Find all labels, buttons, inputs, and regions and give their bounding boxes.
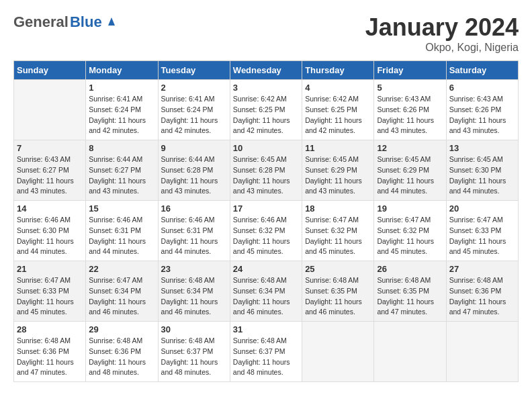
day-number: 15 bbox=[89, 203, 154, 214]
day-number: 2 bbox=[161, 83, 227, 93]
day-number: 28 bbox=[17, 324, 83, 334]
weekday-header-friday: Friday bbox=[374, 61, 446, 80]
calendar-cell: 30Sunrise: 6:48 AMSunset: 6:37 PMDayligh… bbox=[158, 322, 230, 382]
weekday-header-saturday: Saturday bbox=[446, 61, 518, 80]
month-title: January 2024 bbox=[365, 13, 519, 42]
weekday-header-monday: Monday bbox=[86, 61, 158, 80]
day-info: Sunrise: 6:47 AMSunset: 6:34 PMDaylight:… bbox=[89, 275, 154, 318]
day-number: 16 bbox=[161, 203, 227, 214]
day-info: Sunrise: 6:48 AMSunset: 6:36 PMDaylight:… bbox=[17, 336, 83, 378]
calendar-cell: 22Sunrise: 6:47 AMSunset: 6:34 PMDayligh… bbox=[86, 261, 158, 322]
day-info: Sunrise: 6:48 AMSunset: 6:35 PMDaylight:… bbox=[305, 275, 371, 318]
day-number: 20 bbox=[449, 203, 515, 214]
calendar-cell: 26Sunrise: 6:48 AMSunset: 6:35 PMDayligh… bbox=[374, 261, 446, 322]
calendar-cell: 1Sunrise: 6:41 AMSunset: 6:24 PMDaylight… bbox=[86, 80, 158, 140]
day-number: 11 bbox=[305, 143, 371, 153]
calendar-cell: 27Sunrise: 6:48 AMSunset: 6:36 PMDayligh… bbox=[446, 261, 518, 322]
calendar-cell: 31Sunrise: 6:48 AMSunset: 6:37 PMDayligh… bbox=[230, 322, 302, 382]
day-info: Sunrise: 6:48 AMSunset: 6:36 PMDaylight:… bbox=[449, 275, 515, 318]
day-info: Sunrise: 6:48 AMSunset: 6:36 PMDaylight:… bbox=[89, 336, 154, 378]
day-number: 26 bbox=[377, 264, 443, 274]
day-number: 5 bbox=[377, 83, 443, 93]
logo-icon bbox=[105, 15, 118, 27]
week-row-2: 7Sunrise: 6:43 AMSunset: 6:27 PMDaylight… bbox=[14, 140, 519, 201]
day-info: Sunrise: 6:43 AMSunset: 6:26 PMDaylight:… bbox=[377, 94, 443, 136]
day-number: 17 bbox=[233, 203, 299, 214]
day-number: 23 bbox=[161, 264, 227, 274]
day-info: Sunrise: 6:48 AMSunset: 6:37 PMDaylight:… bbox=[233, 336, 299, 378]
day-info: Sunrise: 6:45 AMSunset: 6:29 PMDaylight:… bbox=[377, 154, 443, 197]
calendar-cell: 8Sunrise: 6:44 AMSunset: 6:27 PMDaylight… bbox=[86, 140, 158, 201]
calendar-cell: 21Sunrise: 6:47 AMSunset: 6:33 PMDayligh… bbox=[14, 261, 86, 322]
day-number: 24 bbox=[233, 264, 299, 274]
calendar-cell: 17Sunrise: 6:46 AMSunset: 6:32 PMDayligh… bbox=[230, 201, 302, 261]
day-info: Sunrise: 6:46 AMSunset: 6:30 PMDaylight:… bbox=[17, 215, 83, 257]
day-number: 1 bbox=[89, 83, 154, 93]
logo: GeneralBlue bbox=[13, 13, 118, 31]
day-info: Sunrise: 6:46 AMSunset: 6:31 PMDaylight:… bbox=[161, 215, 227, 257]
calendar-cell: 16Sunrise: 6:46 AMSunset: 6:31 PMDayligh… bbox=[158, 201, 230, 261]
calendar-cell bbox=[14, 80, 86, 140]
day-info: Sunrise: 6:46 AMSunset: 6:32 PMDaylight:… bbox=[233, 215, 299, 257]
calendar-cell: 28Sunrise: 6:48 AMSunset: 6:36 PMDayligh… bbox=[14, 322, 86, 382]
day-info: Sunrise: 6:42 AMSunset: 6:25 PMDaylight:… bbox=[233, 94, 299, 136]
logo-general: General bbox=[13, 13, 69, 31]
calendar-cell bbox=[446, 322, 518, 382]
week-row-5: 28Sunrise: 6:48 AMSunset: 6:36 PMDayligh… bbox=[14, 322, 519, 382]
day-info: Sunrise: 6:48 AMSunset: 6:34 PMDaylight:… bbox=[161, 275, 227, 318]
day-number: 22 bbox=[89, 264, 154, 274]
calendar-cell: 10Sunrise: 6:45 AMSunset: 6:28 PMDayligh… bbox=[230, 140, 302, 201]
calendar-cell: 5Sunrise: 6:43 AMSunset: 6:26 PMDaylight… bbox=[374, 80, 446, 140]
day-number: 3 bbox=[233, 83, 299, 93]
day-info: Sunrise: 6:47 AMSunset: 6:32 PMDaylight:… bbox=[305, 215, 371, 257]
calendar-cell: 7Sunrise: 6:43 AMSunset: 6:27 PMDaylight… bbox=[14, 140, 86, 201]
calendar-cell: 4Sunrise: 6:42 AMSunset: 6:25 PMDaylight… bbox=[302, 80, 374, 140]
weekday-header-wednesday: Wednesday bbox=[230, 61, 302, 80]
week-row-1: 1Sunrise: 6:41 AMSunset: 6:24 PMDaylight… bbox=[14, 80, 519, 140]
day-info: Sunrise: 6:46 AMSunset: 6:31 PMDaylight:… bbox=[89, 215, 154, 257]
day-info: Sunrise: 6:45 AMSunset: 6:30 PMDaylight:… bbox=[449, 154, 515, 197]
calendar-cell: 19Sunrise: 6:47 AMSunset: 6:32 PMDayligh… bbox=[374, 201, 446, 261]
day-number: 27 bbox=[449, 264, 515, 274]
weekday-header-row: SundayMondayTuesdayWednesdayThursdayFrid… bbox=[14, 61, 519, 80]
calendar-cell: 24Sunrise: 6:48 AMSunset: 6:34 PMDayligh… bbox=[230, 261, 302, 322]
calendar-cell: 18Sunrise: 6:47 AMSunset: 6:32 PMDayligh… bbox=[302, 201, 374, 261]
calendar-cell: 20Sunrise: 6:47 AMSunset: 6:33 PMDayligh… bbox=[446, 201, 518, 261]
day-number: 6 bbox=[449, 83, 515, 93]
day-info: Sunrise: 6:44 AMSunset: 6:28 PMDaylight:… bbox=[161, 154, 227, 197]
calendar-cell: 9Sunrise: 6:44 AMSunset: 6:28 PMDaylight… bbox=[158, 140, 230, 201]
day-number: 12 bbox=[377, 143, 443, 153]
day-info: Sunrise: 6:47 AMSunset: 6:32 PMDaylight:… bbox=[377, 215, 443, 257]
calendar-cell bbox=[374, 322, 446, 382]
week-row-4: 21Sunrise: 6:47 AMSunset: 6:33 PMDayligh… bbox=[14, 261, 519, 322]
calendar-cell: 3Sunrise: 6:42 AMSunset: 6:25 PMDaylight… bbox=[230, 80, 302, 140]
calendar-cell: 15Sunrise: 6:46 AMSunset: 6:31 PMDayligh… bbox=[86, 201, 158, 261]
day-info: Sunrise: 6:43 AMSunset: 6:27 PMDaylight:… bbox=[17, 154, 83, 197]
location: Okpo, Kogi, Nigeria bbox=[365, 42, 519, 54]
day-number: 25 bbox=[305, 264, 371, 274]
day-info: Sunrise: 6:48 AMSunset: 6:37 PMDaylight:… bbox=[161, 336, 227, 378]
week-row-3: 14Sunrise: 6:46 AMSunset: 6:30 PMDayligh… bbox=[14, 201, 519, 261]
weekday-header-sunday: Sunday bbox=[14, 61, 86, 80]
day-info: Sunrise: 6:41 AMSunset: 6:24 PMDaylight:… bbox=[89, 94, 154, 136]
page-header: GeneralBlue January 2024 Okpo, Kogi, Nig… bbox=[13, 13, 519, 54]
day-info: Sunrise: 6:41 AMSunset: 6:24 PMDaylight:… bbox=[161, 94, 227, 136]
day-info: Sunrise: 6:48 AMSunset: 6:35 PMDaylight:… bbox=[377, 275, 443, 318]
day-info: Sunrise: 6:44 AMSunset: 6:27 PMDaylight:… bbox=[89, 154, 154, 197]
day-number: 8 bbox=[89, 143, 154, 153]
svg-marker-0 bbox=[108, 17, 115, 26]
day-number: 13 bbox=[449, 143, 515, 153]
day-number: 30 bbox=[161, 324, 227, 334]
calendar-cell: 12Sunrise: 6:45 AMSunset: 6:29 PMDayligh… bbox=[374, 140, 446, 201]
weekday-header-thursday: Thursday bbox=[302, 61, 374, 80]
day-info: Sunrise: 6:48 AMSunset: 6:34 PMDaylight:… bbox=[233, 275, 299, 318]
day-number: 29 bbox=[89, 324, 154, 334]
logo-text: GeneralBlue bbox=[13, 13, 118, 31]
calendar-cell bbox=[302, 322, 374, 382]
calendar-cell: 6Sunrise: 6:43 AMSunset: 6:26 PMDaylight… bbox=[446, 80, 518, 140]
weekday-header-tuesday: Tuesday bbox=[158, 61, 230, 80]
day-number: 18 bbox=[305, 203, 371, 214]
day-number: 14 bbox=[17, 203, 83, 214]
calendar-cell: 2Sunrise: 6:41 AMSunset: 6:24 PMDaylight… bbox=[158, 80, 230, 140]
day-number: 4 bbox=[305, 83, 371, 93]
